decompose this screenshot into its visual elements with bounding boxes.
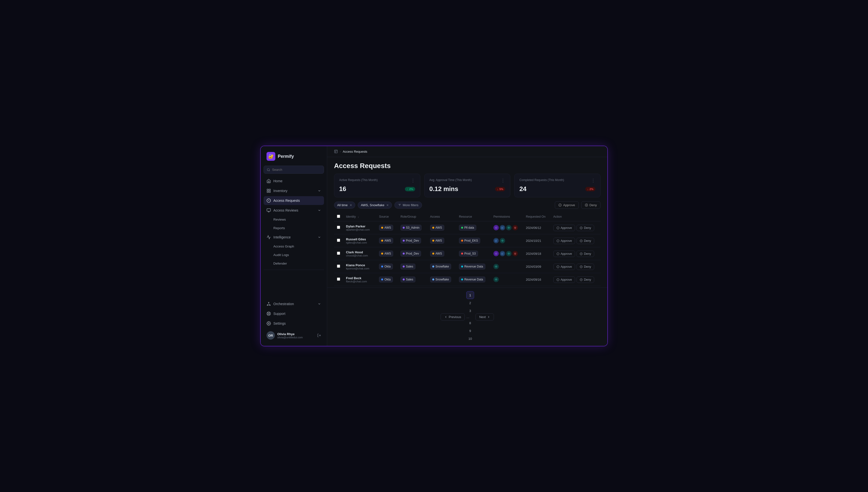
row-checkbox-0[interactable] <box>337 226 340 229</box>
svg-point-28 <box>502 240 503 241</box>
access-label: AWS <box>436 239 442 242</box>
perm-icon-teal[interactable] <box>506 251 512 256</box>
approve-button-0[interactable]: Approve <box>553 225 575 231</box>
deny-button-2[interactable]: Deny <box>577 251 594 257</box>
page-num-1[interactable]: 1 <box>466 291 474 299</box>
sidebar-item-orchestration[interactable]: Orchestration <box>264 299 324 308</box>
svg-marker-33 <box>495 253 497 254</box>
sidebar-item-inventory[interactable]: Inventory <box>264 187 324 195</box>
page-num-3[interactable]: 3 <box>466 307 474 315</box>
identity-name: Kiana Ponce <box>346 263 373 267</box>
sidebar-item-settings-label: Settings <box>273 321 286 325</box>
bulk-approve-button[interactable]: Approve <box>555 201 579 209</box>
identity-email: dparker@chat.com <box>346 228 373 231</box>
orchestration-icon <box>266 302 271 306</box>
deny-button-3[interactable]: Deny <box>577 264 594 270</box>
sidebar-item-access-requests[interactable]: Access Requests <box>264 196 324 205</box>
table-row: Dylan Parker dparker@chat.com AWS S3_Adm… <box>334 221 601 234</box>
deny-button-0[interactable]: Deny <box>577 225 594 231</box>
perm-icon-blue[interactable] <box>500 225 505 230</box>
access-dot <box>432 266 434 268</box>
row-checkbox-4[interactable] <box>337 277 340 281</box>
perm-icon-teal[interactable] <box>493 277 499 282</box>
sidebar-item-reviews[interactable]: Reviews <box>264 216 324 223</box>
sidebar-item-audit-logs[interactable]: Audit Logs <box>264 251 324 259</box>
source-label: Okta <box>384 278 391 281</box>
perm-icon-teal[interactable] <box>493 264 499 269</box>
sidebar-item-home-label: Home <box>273 179 282 183</box>
deny-button-1[interactable]: Deny <box>577 238 594 244</box>
sidebar-item-intelligence[interactable]: Intelligence <box>264 233 324 242</box>
svg-point-11 <box>268 313 269 314</box>
perm-icon-teal[interactable] <box>500 238 505 243</box>
page-num-2[interactable]: 2 <box>466 299 474 307</box>
approve-button-3[interactable]: Approve <box>553 264 575 270</box>
perm-icon-blue[interactable] <box>493 238 499 243</box>
page-num-9[interactable]: 9 <box>466 327 474 335</box>
filter-chip-time-label: All time <box>337 203 348 207</box>
sidebar-item-reports[interactable]: Reports <box>264 224 324 232</box>
identity-email: fbeck@chat.com <box>346 280 373 283</box>
approve-button-1[interactable]: Approve <box>553 238 575 244</box>
resource-label: Revenue Data <box>464 278 483 281</box>
sidebar-item-settings[interactable]: Settings <box>264 319 324 328</box>
resource-tag: Prod_EKS <box>459 238 480 244</box>
row-checkbox-2[interactable] <box>337 252 340 255</box>
sidebar-item-access-reviews[interactable]: Access Reviews <box>264 206 324 215</box>
intelligence-icon <box>266 235 271 239</box>
page-num-10[interactable]: 10 <box>466 335 474 343</box>
deny-button-4[interactable]: Deny <box>577 276 594 283</box>
deny-x-icon <box>580 252 583 255</box>
sidebar-item-home[interactable]: Home <box>264 177 324 186</box>
perm-icon-blue[interactable] <box>500 251 505 256</box>
bulk-deny-label: Deny <box>589 203 597 207</box>
logout-icon[interactable] <box>317 334 321 337</box>
perm-icon-purple[interactable] <box>493 251 499 256</box>
prev-button[interactable]: Previous <box>441 314 465 320</box>
page-num-8[interactable]: 8 <box>466 319 474 327</box>
more-filters-button[interactable]: More filters <box>394 201 422 208</box>
resource-tag: Pll data <box>459 225 476 230</box>
cell-requested-on: 2024/10/21 <box>523 234 550 247</box>
source-label: AWS <box>384 239 391 242</box>
search-box[interactable] <box>264 166 324 174</box>
sidebar-item-support[interactable]: Support <box>264 309 324 318</box>
cell-source: AWS <box>376 221 398 234</box>
filter-chip-sources[interactable]: AWS, Snowflake ✕ <box>358 201 392 208</box>
stat-menu-completed[interactable]: ⋮ <box>591 178 595 183</box>
sidebar-item-access-graph[interactable]: Access Graph <box>264 243 324 250</box>
stat-menu-avg[interactable]: ⋮ <box>501 178 505 183</box>
row-checkbox-1[interactable] <box>337 239 340 242</box>
search-input[interactable] <box>272 168 321 172</box>
perm-icon-red[interactable] <box>513 251 518 256</box>
col-source: Source <box>376 212 398 221</box>
sidebar-item-defender[interactable]: Defender <box>264 260 324 267</box>
row-checkbox-3[interactable] <box>337 265 340 268</box>
approve-button-2[interactable]: Approve <box>553 251 575 257</box>
stat-menu-active[interactable]: ⋮ <box>411 178 415 183</box>
role-label: Prod_Dev <box>406 239 419 242</box>
stat-label-avg: Avg. Approval Time (This Month) <box>429 178 472 182</box>
filter-chip-sources-remove[interactable]: ✕ <box>386 203 389 207</box>
source-tag: Okta <box>379 264 393 269</box>
perm-icon-teal[interactable] <box>506 225 512 230</box>
col-resource: Resource <box>456 212 491 221</box>
user-card[interactable]: OR Olivia Rhye olivia@untitledui.com <box>264 329 324 342</box>
filter-chip-time-remove[interactable]: ✕ <box>350 203 352 207</box>
pagination: Previous 123…8910 Next <box>327 288 607 346</box>
filter-chip-time[interactable]: All time ✕ <box>334 201 355 208</box>
access-tag: Snowflake <box>430 264 451 269</box>
resource-label: Pll data <box>464 226 474 229</box>
sidebar-item-access-graph-label: Access Graph <box>273 245 294 248</box>
approve-button-4[interactable]: Approve <box>553 276 575 283</box>
cell-role: Sales <box>398 260 427 273</box>
sort-identity-icon[interactable]: ↓ <box>358 216 359 218</box>
perm-icon-red[interactable] <box>513 225 518 230</box>
cell-source: AWS <box>376 247 398 260</box>
approve-check-icon <box>557 278 559 281</box>
next-button[interactable]: Next <box>475 314 494 320</box>
cell-requested-on: 2024/09/18 <box>523 247 550 260</box>
select-all-checkbox[interactable] <box>337 215 340 218</box>
bulk-deny-button[interactable]: Deny <box>581 201 601 209</box>
perm-icon-purple[interactable] <box>493 225 499 230</box>
